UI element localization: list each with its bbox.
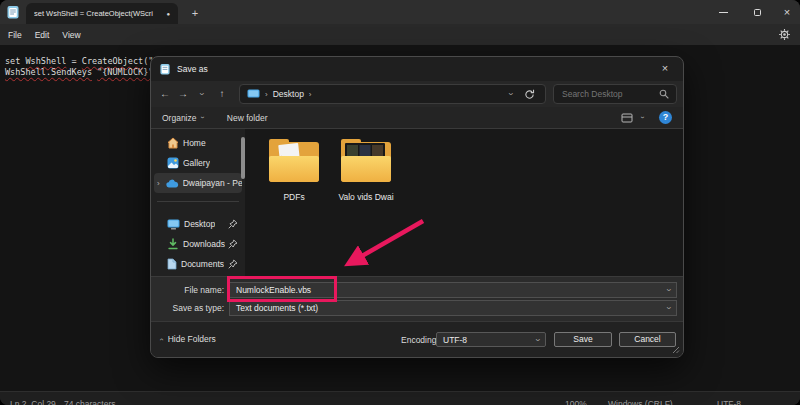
chevron-right-icon[interactable]: ›	[157, 179, 166, 188]
file-name-label: File name:	[151, 285, 229, 295]
code-segment-misspelled: WshShell	[25, 56, 66, 66]
refresh-icon[interactable]	[524, 89, 535, 100]
file-list-area[interactable]: PDFs Valo vids Dwai	[245, 129, 683, 276]
dialog-close-button[interactable]: ×	[656, 60, 674, 78]
address-bar[interactable]: › Desktop › ›	[239, 84, 546, 104]
search-box[interactable]	[553, 84, 677, 104]
encoding-label: Encoding:	[401, 335, 439, 345]
desktop-mini-icon	[247, 89, 260, 99]
breadcrumb-desktop[interactable]: Desktop	[273, 89, 304, 99]
dialog-title: Save as	[177, 64, 208, 74]
breadcrumb-separator: ›	[265, 90, 268, 99]
annotation-arrow	[335, 213, 435, 273]
chevron-down-icon: ›	[191, 93, 211, 96]
dialog-footer: › Hide Folders Encoding: UTF-8 › Save Ca…	[151, 321, 683, 357]
documents-icon	[167, 258, 177, 270]
chevron-down-icon[interactable]: ›	[638, 116, 645, 118]
encoding-value: UTF-8	[443, 335, 467, 345]
gallery-icon	[167, 157, 179, 169]
new-tab-button[interactable]: +	[186, 3, 204, 24]
sidebar-item-home[interactable]: Home	[154, 133, 242, 153]
new-folder-button[interactable]: New folder	[227, 113, 268, 123]
address-dropdown-chevron[interactable]: ›	[506, 93, 516, 96]
sidebar-item-label: Home	[183, 138, 206, 148]
sidebar-item-onedrive[interactable]: › Dwaipayan - Per	[154, 173, 242, 193]
chevron-down-icon[interactable]: ›	[664, 307, 674, 310]
cancel-button[interactable]: Cancel	[619, 332, 676, 347]
chevron-down-icon: ›	[533, 338, 543, 341]
back-button[interactable]: ←	[156, 84, 174, 104]
save-as-dialog: Save as × ← → › ↑ › Desktop › ›	[150, 56, 684, 358]
search-icon	[659, 89, 669, 99]
status-encoding[interactable]: UTF-8	[717, 399, 741, 405]
minimize-button[interactable]	[712, 0, 734, 24]
resize-grip[interactable]	[672, 346, 680, 354]
folder-icon	[339, 139, 393, 183]
search-input[interactable]	[554, 89, 659, 99]
folder-name: Valo vids Dwai	[333, 192, 399, 202]
folder-icon	[267, 139, 321, 183]
notepad-mini-icon	[160, 63, 170, 75]
view-mode-icon[interactable]	[621, 112, 633, 124]
sidebar-item-label: Gallery	[183, 158, 210, 168]
breadcrumb-separator: ›	[309, 90, 312, 99]
menubar: File Edit View	[0, 24, 800, 45]
code-segment-misspelled: "{NUMLOCK}"	[97, 67, 153, 77]
home-icon	[167, 137, 179, 149]
code-text: set WshShell = CreateObject(" WshShell.S…	[5, 56, 153, 77]
maximize-button[interactable]	[746, 0, 768, 24]
dialog-titlebar: Save as ×	[151, 57, 683, 81]
unsaved-indicator-dot: ●	[166, 11, 170, 17]
up-button[interactable]: ↑	[213, 84, 231, 104]
folder-valo-vids[interactable]: Valo vids Dwai	[333, 139, 399, 202]
minimize-icon	[719, 12, 728, 13]
pin-icon[interactable]	[228, 259, 238, 269]
menu-file[interactable]: File	[8, 30, 22, 40]
code-segment: set	[5, 56, 25, 66]
settings-gear-icon[interactable]	[778, 28, 791, 41]
pin-icon[interactable]	[228, 219, 238, 229]
editor-tab[interactable]: set WshShell = CreateObject(WScri ●	[26, 3, 178, 24]
encoding-dropdown[interactable]: UTF-8 ›	[436, 332, 546, 347]
titlebar: set WshShell = CreateObject(WScri ● + ×	[0, 0, 800, 24]
menu-view[interactable]: View	[62, 30, 80, 40]
save-as-type-label: Save as type:	[151, 303, 229, 313]
menu-edit[interactable]: Edit	[35, 30, 50, 40]
hide-folders-label: Hide Folders	[168, 334, 216, 344]
hide-folders-button[interactable]: › Hide Folders	[160, 334, 216, 344]
recent-locations-button[interactable]: ›	[192, 84, 210, 104]
sidebar-item-documents[interactable]: Documents	[154, 254, 242, 274]
sidebar-item-label: Dwaipayan - Per	[183, 178, 242, 188]
chevron-up-icon: ›	[157, 338, 166, 341]
close-window-button[interactable]: ×	[776, 0, 798, 24]
sidebar-item-label: Desktop	[184, 219, 215, 229]
save-as-type-value: Text documents (*.txt)	[236, 303, 318, 313]
sidebar-item-label: Downloads	[183, 239, 225, 249]
sidebar-divider	[157, 201, 239, 202]
chevron-down-icon: ›	[198, 116, 205, 118]
help-icon[interactable]: ?	[659, 111, 672, 124]
forward-button[interactable]: →	[174, 84, 192, 104]
status-line-ending[interactable]: Windows (CRLF)	[608, 399, 673, 405]
onedrive-cloud-icon	[166, 179, 178, 188]
tab-title: set WshShell = CreateObject(WScri	[34, 9, 161, 18]
notepad-app-icon	[7, 5, 19, 19]
save-button[interactable]: Save	[554, 332, 612, 347]
folder-name: PDFs	[263, 192, 325, 202]
code-segment: =	[66, 56, 81, 66]
status-char-count: 74 characters	[64, 399, 116, 405]
notepad-window: set WshShell = CreateObject(WScri ● + × …	[0, 0, 800, 405]
save-as-type-dropdown[interactable]: Text documents (*.txt) ›	[229, 300, 677, 316]
annotation-highlight-rectangle	[227, 276, 337, 302]
organize-button[interactable]: Organize	[162, 113, 197, 123]
downloads-icon	[167, 238, 179, 250]
pin-icon[interactable]	[228, 239, 238, 249]
sidebar-item-downloads[interactable]: Downloads	[154, 234, 242, 254]
sidebar-item-label: Documents	[181, 259, 224, 269]
desktop-icon	[167, 219, 180, 230]
status-zoom-level[interactable]: 100%	[565, 399, 587, 405]
sidebar-item-desktop[interactable]: Desktop	[154, 214, 242, 234]
sidebar-item-gallery[interactable]: Gallery	[154, 153, 242, 173]
chevron-down-icon[interactable]: ›	[664, 289, 674, 292]
folder-pdfs[interactable]: PDFs	[263, 139, 325, 202]
